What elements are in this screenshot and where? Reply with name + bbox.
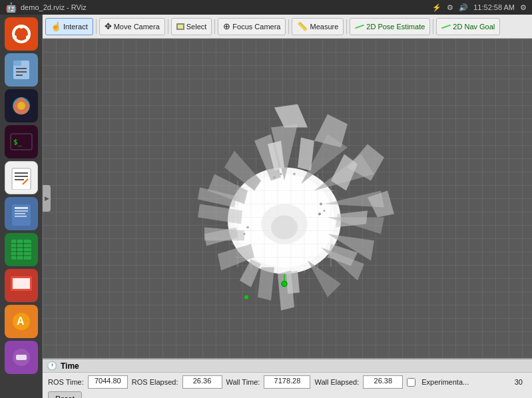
svg-rect-32 xyxy=(13,278,30,289)
svg-rect-7 xyxy=(16,68,27,69)
toolbar: ☝ Interact ✥ Move Camera Select ⊕ Focus … xyxy=(43,15,532,39)
sidebar-item-firefox[interactable] xyxy=(5,89,38,122)
svg-point-91 xyxy=(318,213,321,216)
titlebar-left: 🤖 demo_2d.rviz - RViz xyxy=(5,2,87,13)
panel-collapse-handle[interactable]: ▶ xyxy=(43,185,51,212)
content-area: ☝ Interact ✥ Move Camera Select ⊕ Focus … xyxy=(43,15,532,398)
focus-camera-button[interactable]: ⊕ Focus Camera xyxy=(218,18,286,35)
sidebar-item-spreadsheet[interactable] xyxy=(5,233,38,266)
svg-rect-16 xyxy=(15,176,28,177)
sidebar-item-docviewer[interactable] xyxy=(5,197,38,230)
titlebar-right: ⚡ ⚙ 🔊 11:52:58 AM ⚙ xyxy=(432,3,527,12)
svg-rect-38 xyxy=(16,355,27,360)
settings-icon[interactable]: ⚙ xyxy=(520,3,527,12)
pose-estimate-button[interactable]: 2D Pose Estimate xyxy=(350,18,430,35)
svg-rect-29 xyxy=(16,240,17,260)
svg-rect-23 xyxy=(15,216,27,217)
svg-point-84 xyxy=(282,282,287,287)
reset-button[interactable]: Reset xyxy=(48,391,82,398)
svg-marker-80 xyxy=(286,271,300,294)
svg-rect-21 xyxy=(15,210,28,212)
nav-goal-button[interactable]: 2D Nav Goal xyxy=(436,18,500,35)
sidebar: $_ A xyxy=(0,15,43,398)
sidebar-item-installer[interactable]: A xyxy=(5,305,38,338)
wall-elapsed-value: 26.38 xyxy=(363,375,403,389)
svg-text:A: A xyxy=(17,315,25,327)
svg-point-1 xyxy=(15,27,28,41)
clock-icon: 🕐 xyxy=(47,361,57,371)
separator-5 xyxy=(346,19,347,34)
svg-point-94 xyxy=(273,176,276,179)
select-box-icon xyxy=(176,23,184,30)
move-camera-button[interactable]: ✥ Move Camera xyxy=(99,18,165,35)
interact-button[interactable]: ☝ Interact xyxy=(45,18,93,35)
reset-row: Reset xyxy=(43,391,532,398)
sidebar-item-texteditor[interactable] xyxy=(5,161,38,194)
svg-rect-27 xyxy=(11,251,31,252)
svg-point-90 xyxy=(323,210,325,212)
time-panel-header: 🕐 Time xyxy=(43,359,532,373)
svg-rect-22 xyxy=(15,213,25,214)
focus-icon: ⊕ xyxy=(223,21,230,31)
sidebar-item-files[interactable] xyxy=(5,53,38,87)
svg-point-88 xyxy=(271,216,298,240)
svg-rect-30 xyxy=(23,240,24,260)
experimental-checkbox[interactable] xyxy=(407,378,415,387)
separator-4 xyxy=(288,19,289,34)
separator-2 xyxy=(168,19,168,34)
time-fields: ROS Time: 7044.80 ROS Elapsed: 26.36 Wal… xyxy=(43,373,532,391)
svg-text:$_: $_ xyxy=(13,138,23,146)
bottom-panel: 🕐 Time ROS Time: 7044.80 ROS Elapsed: 26… xyxy=(43,358,532,398)
move-icon: ✥ xyxy=(105,21,112,31)
sidebar-item-ubuntu[interactable] xyxy=(5,17,38,51)
wall-time-label: Wall Time: xyxy=(226,378,260,386)
volume-icon: 🔊 xyxy=(459,3,468,12)
experimental-label: Experimenta... xyxy=(421,378,469,386)
svg-rect-9 xyxy=(16,75,23,76)
robot-visualization xyxy=(168,88,407,334)
separator-1 xyxy=(96,19,97,34)
svg-marker-68 xyxy=(258,268,274,301)
svg-point-96 xyxy=(293,173,296,176)
svg-point-2 xyxy=(19,25,23,29)
ros-elapsed-value: 26.36 xyxy=(182,375,222,389)
sidebar-item-terminal[interactable]: $_ xyxy=(5,125,38,158)
chevron-right-icon: ▶ xyxy=(45,195,49,202)
svg-rect-20 xyxy=(15,207,28,209)
viewport[interactable]: ▶ xyxy=(43,39,532,358)
svg-point-92 xyxy=(246,226,249,229)
wall-elapsed-label: Wall Elapsed: xyxy=(314,378,359,386)
bluetooth-icon: ⚙ xyxy=(447,3,453,12)
battery-icon: ⚡ xyxy=(432,3,441,12)
svg-rect-34 xyxy=(17,294,26,295)
svg-point-89 xyxy=(320,203,322,206)
measure-button[interactable]: 📏 Measure xyxy=(292,18,344,35)
svg-marker-81 xyxy=(240,260,261,288)
page-number: 30 xyxy=(515,378,527,386)
svg-rect-15 xyxy=(15,172,28,174)
svg-point-93 xyxy=(243,233,245,235)
app-icon: 🤖 xyxy=(5,2,17,13)
clock: 11:52:58 AM xyxy=(473,3,515,11)
main-layout: $_ A ☝ Interact xyxy=(0,15,532,398)
svg-point-95 xyxy=(280,173,282,175)
pose-icon xyxy=(355,24,364,29)
svg-point-3 xyxy=(26,35,30,39)
svg-rect-8 xyxy=(16,71,27,73)
svg-marker-60 xyxy=(274,104,308,128)
cursor-icon: ☝ xyxy=(51,21,61,31)
svg-point-11 xyxy=(17,102,25,110)
select-button[interactable]: Select xyxy=(171,18,212,35)
ros-elapsed-label: ROS Elapsed: xyxy=(132,378,178,386)
svg-marker-77 xyxy=(331,154,358,191)
svg-rect-24 xyxy=(11,240,31,260)
nav-icon xyxy=(441,24,451,29)
ros-time-label: ROS Time: xyxy=(48,378,84,386)
svg-rect-28 xyxy=(11,255,31,256)
svg-marker-66 xyxy=(308,261,341,298)
wall-time-value: 7178.28 xyxy=(264,375,310,389)
sidebar-item-presentation[interactable] xyxy=(5,269,38,302)
measure-icon: 📏 xyxy=(297,21,308,31)
sidebar-item-app2[interactable] xyxy=(5,341,38,374)
time-panel-title: Time xyxy=(61,361,79,371)
